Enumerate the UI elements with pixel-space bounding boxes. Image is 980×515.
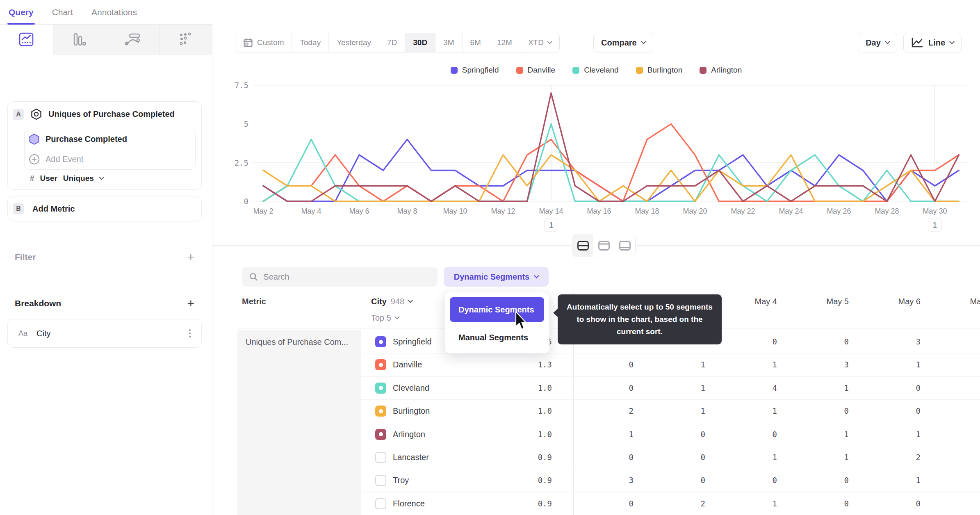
segment-label[interactable]: Danville	[393, 353, 422, 376]
series-burlington[interactable]	[263, 155, 959, 201]
segment-label[interactable]: Springfield	[393, 330, 432, 353]
tab-annotations[interactable]: Annotations	[91, 0, 137, 25]
date-column-header[interactable]: May 7	[932, 292, 980, 311]
segment-average: 1.0	[454, 399, 563, 422]
segment-value: 1	[789, 376, 860, 399]
segment-checkbox[interactable]	[375, 498, 386, 509]
event-card: Purchase Completed Add Event	[24, 129, 196, 170]
breakdown-item-city[interactable]: Aa City	[7, 319, 202, 348]
query-sidebar: Metrics + A Uniques of Purchase Complete…	[0, 25, 212, 515]
svg-text:May 14: May 14	[539, 207, 563, 215]
segments-mode-button[interactable]: Dynamic Segments	[444, 267, 549, 287]
date-column-header[interactable]: May 6	[860, 292, 932, 311]
segment-value: 1	[717, 353, 789, 376]
top-n-selector[interactable]: Top 5	[371, 308, 399, 327]
segment-value: 3	[860, 330, 932, 353]
range-label: 30D	[413, 38, 427, 47]
metric-card[interactable]: A Uniques of Purchase Completed Purchase…	[7, 101, 202, 190]
segment-value: 2	[573, 399, 645, 422]
calendar-icon	[243, 38, 253, 48]
breakdown-section-header: Breakdown +	[15, 297, 194, 310]
range-7d[interactable]: 7D	[379, 33, 405, 52]
segment-label[interactable]: Troy	[393, 469, 409, 492]
segment-checkbox[interactable]	[375, 406, 386, 417]
svg-text:7.5: 7.5	[235, 81, 248, 90]
segment-label[interactable]: Florence	[393, 492, 425, 515]
layout-toggle-group	[572, 234, 636, 257]
segment-value: 2	[645, 492, 717, 515]
chevron-down-icon	[641, 39, 646, 44]
segment-label[interactable]: Cleveland	[393, 376, 429, 399]
add-event-row[interactable]: Add Event	[25, 149, 195, 169]
layout-toggle-panel-bottom[interactable]	[614, 234, 635, 257]
dropdown-item-manual-segments[interactable]: Manual Segments	[450, 327, 544, 348]
segment-value: 1	[860, 423, 932, 446]
add-filter-plus-icon[interactable]: +	[187, 251, 194, 263]
metric-title: Uniques of Purchase Completed	[48, 109, 175, 119]
range-yesterday[interactable]: Yesterday	[329, 33, 379, 52]
segment-label[interactable]: Arlington	[393, 423, 425, 446]
event-row[interactable]: Purchase Completed	[25, 129, 195, 149]
segment-checkbox[interactable]	[375, 475, 386, 486]
segment-label[interactable]: Burlington	[393, 399, 430, 422]
metric-column-header[interactable]: Metric	[242, 292, 266, 311]
segment-checkbox[interactable]	[375, 452, 386, 463]
segment-checkbox[interactable]	[375, 336, 386, 347]
segment-value: 0	[573, 376, 645, 399]
series-arlington[interactable]	[263, 93, 959, 201]
metric-row-cell: Uniques of Purchase Com...	[237, 330, 361, 515]
segment-average: 1.0	[454, 423, 563, 446]
layout-toggle-panel-top[interactable]	[593, 234, 614, 257]
line-chart[interactable]: 02.557.511May 2May 4May 6May 8May 10May …	[212, 57, 980, 245]
segment-label[interactable]: Lancaster	[393, 446, 429, 469]
chart-type-tab-line-chart[interactable]	[0, 25, 53, 55]
segment-value: 1	[860, 469, 932, 492]
segment-value: 1	[789, 446, 860, 469]
segment-checkbox[interactable]	[375, 383, 386, 394]
stream-chart-icon	[125, 33, 140, 47]
chart-type-tab-dot-grid-chart[interactable]	[160, 25, 212, 55]
date-column-header[interactable]: May 5	[789, 292, 860, 311]
segment-value: 2	[860, 446, 932, 469]
tab-query[interactable]: Query	[9, 0, 34, 25]
kebab-menu-icon[interactable]	[189, 329, 191, 337]
dropdown-item-dynamic-segments[interactable]: Dynamic Segments	[450, 297, 544, 322]
segment-value: 0	[645, 469, 717, 492]
range-12m[interactable]: 12M	[489, 33, 520, 52]
chevron-down-icon	[534, 273, 539, 278]
date-column-header[interactable]: May 4	[717, 292, 789, 311]
chevron-down-icon	[408, 298, 413, 303]
annotation-badge[interactable]: 1	[545, 218, 558, 232]
segment-value: 3	[573, 469, 645, 492]
chart-type-tab-stream-chart[interactable]	[106, 25, 160, 55]
range-label: Today	[300, 38, 321, 47]
chart-style-button[interactable]: Line	[903, 33, 962, 52]
layout-toggle-split-horizontal[interactable]	[572, 234, 593, 257]
range-xtd[interactable]: XTD	[520, 33, 559, 52]
breakdown-heading: Breakdown	[15, 299, 61, 308]
granularity-button[interactable]: Day	[858, 33, 897, 52]
annotation-badge[interactable]: 1	[928, 218, 942, 232]
tab-chart[interactable]: Chart	[52, 0, 73, 25]
segment-value: 0	[860, 399, 932, 422]
segment-checkbox[interactable]	[375, 359, 386, 370]
compare-button[interactable]: Compare	[593, 33, 653, 52]
range-30d[interactable]: 30D	[405, 33, 435, 52]
range-label: Custom	[257, 38, 284, 47]
chart-type-tab-bar-chart[interactable]	[53, 25, 107, 55]
range-6m[interactable]: 6M	[463, 33, 489, 52]
segment-checkbox[interactable]	[375, 429, 386, 440]
measure-aggregation[interactable]: Uniques	[63, 174, 94, 183]
range-today[interactable]: Today	[292, 33, 329, 52]
measure-scope[interactable]: User	[40, 174, 57, 183]
add-metric-card[interactable]: B Add Metric	[7, 196, 202, 221]
search-input[interactable]	[263, 272, 430, 282]
add-breakdown-plus-icon[interactable]: +	[187, 297, 194, 310]
chevron-down-icon	[949, 39, 955, 44]
measure-row[interactable]: # User Uniques	[30, 174, 103, 183]
segment-value: 0	[645, 423, 717, 446]
range-custom[interactable]: Custom	[235, 33, 292, 52]
range-3m[interactable]: 3M	[435, 33, 462, 52]
panel-top-icon	[598, 240, 610, 251]
city-label: City	[371, 297, 387, 306]
